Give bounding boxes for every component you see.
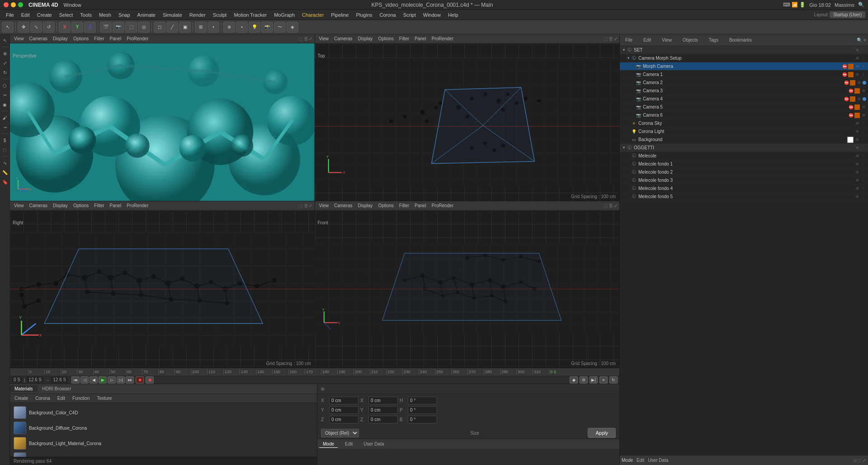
vp-top-view[interactable]: View — [317, 36, 331, 42]
menu-create[interactable]: Create — [34, 11, 55, 19]
camera-add[interactable]: 📸 — [261, 22, 273, 33]
materials-add[interactable]: ◈ — [287, 22, 298, 33]
menu-corona[interactable]: Corona — [377, 11, 399, 19]
pointer-tool[interactable]: ↖ — [2, 22, 14, 33]
vp-top-filter[interactable]: Filter — [397, 36, 411, 42]
material-item-0[interactable]: Background_Color_C4D — [12, 405, 315, 420]
viewport-front[interactable]: View Cameras Display Options Filter Pane… — [315, 201, 620, 368]
vp-filter[interactable]: Filter — [92, 36, 106, 42]
select-tool[interactable]: ↖ — [1, 36, 9, 44]
vp-front-prorender[interactable]: ProRender — [429, 203, 456, 209]
record-btn[interactable]: ⏺ — [136, 376, 144, 384]
x-size[interactable] — [368, 397, 398, 404]
tree-arrow-morph-cam[interactable] — [631, 64, 635, 69]
window-menu[interactable]: Window — [64, 2, 81, 8]
grid-snap[interactable]: ⊞ — [195, 22, 207, 33]
tree-item-camera3[interactable]: 📷 Camera 3 ⛔ ⊙ — [620, 87, 868, 95]
tree-item-melecole-fondo2[interactable]: Ⓛ Melecole fondo 2 ⊙ : — [620, 168, 868, 176]
add-null[interactable]: ⊕ — [223, 22, 235, 33]
scale-tool[interactable]: ⤡ — [30, 22, 42, 33]
vp-right-display[interactable]: Display — [51, 203, 70, 209]
tree-arrow-cam5[interactable] — [631, 105, 635, 109]
tree-item-set[interactable]: ▼ Ⓛ SET ⊙ : — [620, 46, 868, 54]
material-item-1[interactable]: Background_Diffuse_Corona — [12, 420, 315, 436]
tree-arrow-cam2[interactable] — [631, 81, 635, 85]
edge-mode[interactable]: ╱ — [166, 22, 178, 33]
brush-tool[interactable]: ◉ — [1, 100, 9, 109]
vp-right-view[interactable]: View — [12, 203, 26, 209]
vp-view[interactable]: View — [12, 36, 26, 42]
object-mode[interactable]: ◻ — [154, 22, 165, 33]
vp-top-content[interactable]: Top — [315, 43, 620, 201]
vp-cameras[interactable]: Cameras — [27, 36, 50, 42]
rotate-tool[interactable]: ↺ — [43, 22, 55, 33]
vp-right-prorender[interactable]: ProRender — [124, 203, 151, 209]
vp-right-panel[interactable]: Panel — [108, 203, 124, 209]
rpanel-tab-file[interactable]: File — [622, 37, 636, 43]
menu-simulate[interactable]: Simulate — [160, 11, 185, 19]
tab-materials[interactable]: Materials — [10, 385, 38, 392]
play-fwd[interactable]: ▶ — [99, 376, 107, 384]
menu-character[interactable]: Character — [299, 11, 327, 19]
go-end[interactable]: ⏭ — [126, 376, 134, 384]
next-frame[interactable]: ▷| — [117, 376, 125, 384]
menu-mesh[interactable]: Mesh — [96, 11, 114, 19]
tree-arrow-cam3[interactable] — [631, 89, 635, 93]
vp-panel[interactable]: Panel — [108, 36, 124, 42]
vp-top-prorender[interactable]: ProRender — [429, 36, 456, 42]
rpanel-tab-edit[interactable]: Edit — [640, 37, 655, 43]
light-add[interactable]: 💡 — [249, 22, 260, 33]
x-position[interactable] — [329, 397, 359, 404]
axis-y[interactable]: Y — [71, 22, 83, 33]
h-rot[interactable] — [408, 397, 437, 404]
morph-tool[interactable]: ∿ — [1, 159, 9, 167]
tree-arrow-cam6[interactable] — [631, 113, 635, 118]
z-position[interactable] — [329, 416, 359, 423]
menu-help[interactable]: Help — [445, 11, 462, 19]
tree-item-camera4[interactable]: 📷 Camera 4 ⛔ ⊙ — [620, 95, 868, 103]
menu-pipeline[interactable]: Pipeline — [328, 11, 352, 19]
tree-arrow-sky[interactable] — [626, 121, 631, 126]
menu-render[interactable]: Render — [186, 11, 209, 19]
axis-z[interactable]: Z — [84, 22, 96, 33]
tab-hdri-browser[interactable]: HDRI Browser — [38, 385, 76, 392]
vp-perspective-content[interactable]: Perspective — [10, 43, 315, 201]
vp-top-options[interactable]: Options — [376, 36, 396, 42]
interactive-render[interactable]: ◎ — [138, 22, 150, 33]
rpanel-tab-objects[interactable]: Objects — [679, 37, 702, 43]
tree-item-camera2[interactable]: 📷 Camera 2 ⛔ ⊙ — [620, 79, 868, 87]
tree-item-background[interactable]: ▭ Background ⊙ : — [620, 136, 868, 144]
tree-item-corona-light[interactable]: 💡 Corona Light ⊙ : — [620, 128, 868, 136]
perspective-tool[interactable]: ⬡ — [1, 81, 9, 90]
knife-tool[interactable]: ✂ — [1, 91, 9, 99]
tree-item-melecole-fondo3[interactable]: Ⓛ Melecole fondo 3 ⊙ : — [620, 176, 868, 185]
menu-mograph[interactable]: MoGraph — [271, 11, 298, 19]
right-attr-mode[interactable]: Mode — [622, 458, 633, 463]
material-item-2[interactable]: Background_Light_Material_Corona — [12, 436, 315, 451]
vp-front-cameras[interactable]: Cameras — [332, 203, 355, 209]
stop-btn[interactable]: ⏹ — [146, 376, 154, 384]
menu-plugins[interactable]: Plugins — [353, 11, 375, 19]
rpanel-tab-view[interactable]: View — [658, 37, 675, 43]
timeline-btn[interactable]: ≡ — [599, 376, 608, 384]
tree-item-melecole-fondo5[interactable]: Ⓛ Melecole fondo 5 ⊙ : — [620, 193, 868, 201]
vp-front-view[interactable]: View — [317, 203, 331, 209]
viewport-perspective[interactable]: View Cameras Display Options Filter Pane… — [10, 34, 315, 201]
vp-front-display[interactable]: Display — [356, 203, 375, 209]
menu-sculpt[interactable]: Sculpt — [210, 11, 230, 19]
fps-time2[interactable]: 12.6 S — [51, 377, 68, 383]
tree-item-corona-sky[interactable]: ☀ Corona Sky ⊙ : — [620, 119, 868, 128]
play-back[interactable]: ◀ — [90, 376, 98, 384]
tree-item-camera1[interactable]: 📷 Camera 1 ⛔ ⊙ ⋮ — [620, 71, 868, 79]
tree-arrow-fondo3[interactable] — [626, 178, 631, 183]
vp-top-panel[interactable]: Panel — [412, 36, 429, 42]
vp-front-panel[interactable]: Panel — [412, 203, 429, 209]
walk-tool[interactable]: ◌ — [1, 146, 9, 154]
mat-edit[interactable]: Edit — [55, 395, 68, 401]
tree-arrow-melecole[interactable] — [626, 154, 631, 158]
viewport-right[interactable]: View Cameras Display Options Filter Pane… — [10, 201, 315, 368]
move-tool-side[interactable]: ⊕ — [1, 49, 9, 57]
scale-tool-side[interactable]: ⤢ — [1, 59, 9, 67]
layout-selector[interactable]: Startup (User) — [830, 11, 865, 18]
y-position[interactable] — [329, 406, 359, 414]
